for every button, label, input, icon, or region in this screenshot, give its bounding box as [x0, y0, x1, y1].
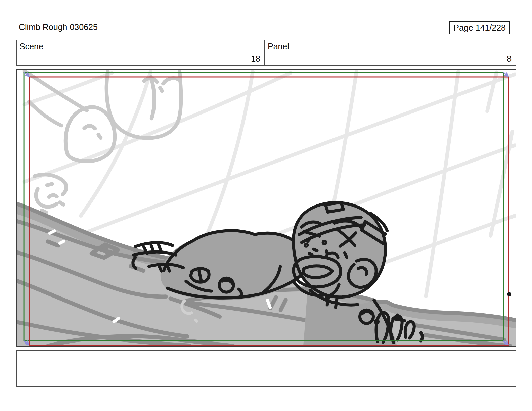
- storyboard-sketch: [17, 70, 516, 346]
- project-title: Climb Rough 030625: [19, 22, 98, 32]
- stray-ink-dot: [507, 292, 511, 296]
- caption-box: [16, 350, 516, 387]
- page-number-box: Page 141/228: [449, 21, 510, 34]
- panel-label: Panel: [268, 42, 289, 51]
- scene-value: 18: [251, 54, 260, 64]
- storyboard-panel: [16, 69, 516, 347]
- panel-cell: Panel 8: [265, 40, 516, 65]
- storyboard-page: Climb Rough 030625 Page 141/228 Scene 18…: [0, 0, 532, 411]
- panel-value: 8: [507, 54, 512, 64]
- scene-panel-table: Scene 18 Panel 8: [16, 40, 516, 66]
- scene-cell: Scene 18: [17, 40, 265, 65]
- scene-label: Scene: [19, 42, 43, 51]
